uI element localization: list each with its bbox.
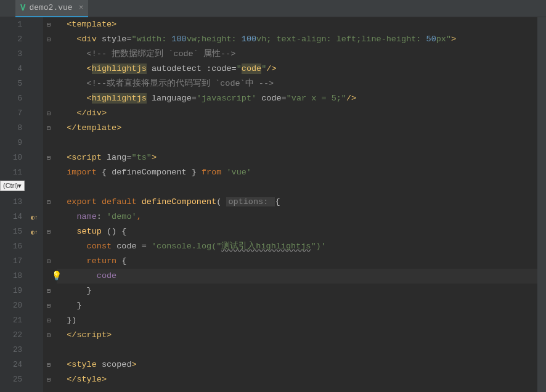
code-line: <style scoped> [57,357,546,372]
line-number: 4 [0,62,22,76]
code-line: const code = 'console.log("测试引入highlight… [57,239,546,254]
code-line [57,180,546,195]
code-line: return { [57,254,546,269]
line-number: 22 [0,328,22,343]
line-number: 15 [0,224,22,239]
fold-gutter: ⊟ ⊟ ⊟ ⊟ ⊟ ⊟ ⊟ ⊟ ⊟ ⊟ ⊟ ⊟ ⊟ ⊟ [43,17,54,392]
fold-icon[interactable]: ⊟ [46,288,52,294]
fold-icon[interactable]: ⊟ [46,258,52,264]
code-line: name: 'demo', [57,210,546,224]
marker-icon: ◐↑ [31,214,38,221]
ctrl-hint-tooltip[interactable]: (Ctrl)▾ [0,181,25,191]
line-number: 24 [0,357,22,372]
active-tab[interactable]: V demo2.vue × [15,0,88,17]
code-line: <script lang="ts"> [57,150,546,165]
code-line: <template> [57,17,546,32]
scrollbar[interactable] [537,17,546,392]
tab-bar: V demo2.vue × [0,0,546,17]
fold-icon[interactable]: ⊟ [46,377,52,383]
line-number: 7 [0,106,22,121]
line-number: 13 [0,195,22,210]
code-line: <highlightjs language='javascript' code=… [57,91,546,106]
fold-icon[interactable]: ⊟ [46,332,52,338]
fold-icon[interactable]: ⊟ [46,303,52,309]
line-number: 5 [0,76,22,91]
code-line: </template> [57,121,546,136]
fold-icon[interactable]: ⊟ [46,229,52,235]
line-number-gutter: 1 2 3 4 5 6 7 8 9 10 11 12 13 14 15 16 1… [0,17,31,392]
code-line: </script> [57,328,546,343]
code-line: setup () { [57,224,546,239]
code-line: <!--或者直接将显示的代码写到 `code`中 --> [57,76,546,91]
line-number: 10 [0,150,22,165]
line-number: 8 [0,121,22,136]
code-line [57,136,546,150]
code-line: </div> [57,106,546,121]
tab-filename: demo2.vue [29,3,72,12]
line-number: 23 [0,343,22,357]
marker-gutter: ◐↑ ◐↑ 💡 [31,17,43,392]
line-number: 19 [0,284,22,298]
line-number: 2 [0,32,22,47]
line-number: 1 [0,17,22,32]
fold-icon[interactable]: ⊟ [46,199,52,205]
line-number: 9 [0,136,22,150]
line-number: 25 [0,372,22,387]
code-content[interactable]: <template> <div style="width: 100vw;heig… [54,17,546,392]
line-number: 14 [0,210,22,224]
line-number: 17 [0,254,22,269]
fold-icon[interactable]: ⊟ [46,362,52,368]
fold-icon[interactable]: ⊟ [46,155,52,161]
close-icon[interactable]: × [79,3,84,12]
fold-icon[interactable]: ⊟ [46,317,52,324]
code-line-current: code [57,269,546,284]
line-number: 6 [0,91,22,106]
fold-icon[interactable]: ⊟ [46,125,52,131]
vue-file-icon: V [20,3,25,13]
code-line [57,343,546,357]
fold-icon[interactable]: ⊟ [46,110,52,116]
line-number: 11 [0,165,22,180]
marker-icon: ◐↑ [31,229,38,236]
code-line: } [57,298,546,313]
line-number: 18 [0,269,22,284]
line-number: 21 [0,313,22,328]
code-line: import { defineComponent } from 'vue' [57,165,546,180]
code-line: <!-- 把数据绑定到 `code` 属性--> [57,47,546,62]
code-line: export default defineComponent( options:… [57,195,546,210]
code-line: } [57,284,546,298]
fold-icon[interactable]: ⊟ [46,22,52,28]
code-line: </style> [57,372,546,387]
code-line: <highlightjs autodetect :code="code"/> [57,62,546,76]
code-line: }) [57,313,546,328]
line-number: 16 [0,239,22,254]
fold-icon[interactable]: ⊟ [46,36,52,43]
code-line: <div style="width: 100vw;height: 100vh; … [57,32,546,47]
editor[interactable]: 1 2 3 4 5 6 7 8 9 10 11 12 13 14 15 16 1… [0,17,546,392]
line-number: 3 [0,47,22,62]
line-number: 20 [0,298,22,313]
